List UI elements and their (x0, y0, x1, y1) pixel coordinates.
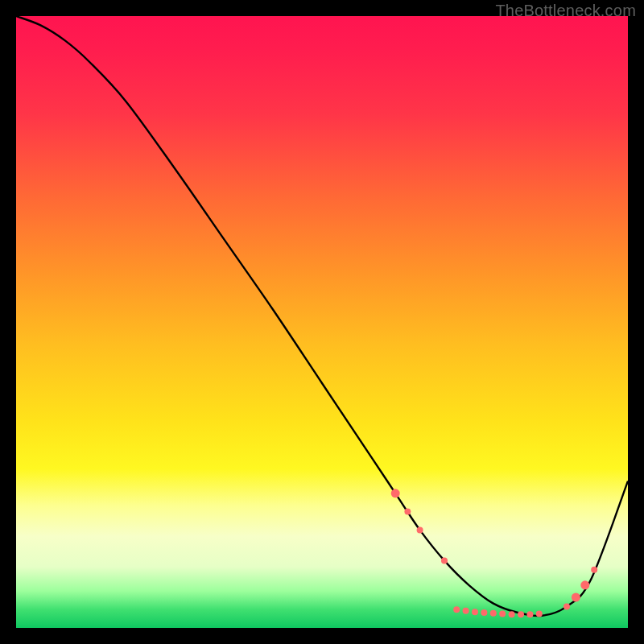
marker-point (472, 609, 478, 615)
marker-point (580, 580, 589, 589)
marker-point (404, 509, 411, 515)
marker-point (453, 606, 460, 613)
marker-point (417, 526, 423, 533)
watermark-text: TheBottleneck.com (495, 2, 636, 20)
marker-point (391, 489, 400, 497)
marker-point (536, 611, 543, 617)
marker-point (441, 557, 448, 564)
marker-point (490, 610, 497, 617)
plot-area (16, 16, 628, 628)
marker-point (481, 609, 487, 616)
marker-point (509, 611, 515, 617)
marker-point (518, 611, 524, 617)
marker-point (591, 567, 597, 573)
marker-group (391, 489, 598, 617)
marker-point (499, 611, 506, 617)
marker-point (463, 608, 469, 614)
chart-svg (16, 16, 628, 628)
marker-point (526, 611, 533, 617)
marker-point (572, 593, 580, 602)
curve-line (16, 16, 628, 616)
marker-point (564, 603, 570, 609)
chart-frame: TheBottleneck.com (0, 0, 644, 644)
